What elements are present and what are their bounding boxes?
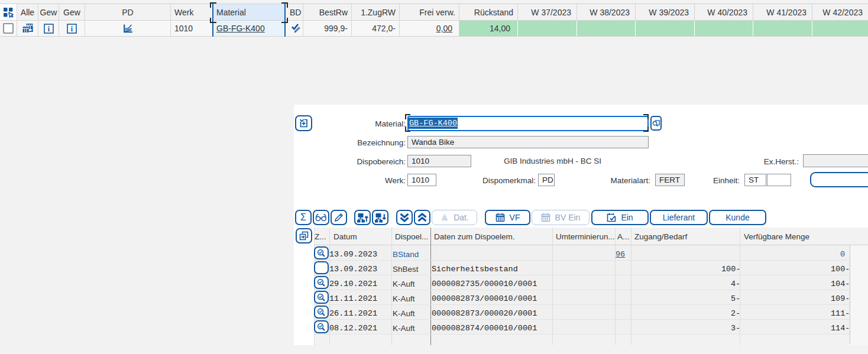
svg-text:i: i: [71, 25, 73, 33]
svg-text:i: i: [47, 25, 50, 33]
